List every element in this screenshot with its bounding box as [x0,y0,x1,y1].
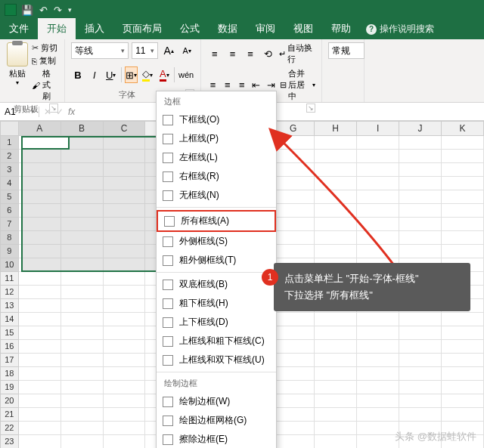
cell[interactable] [61,381,104,394]
cell[interactable] [357,367,399,381]
border-option-topthkbot[interactable]: 上框线和粗下框线(C) [157,332,276,351]
undo-icon[interactable]: ↶ [39,5,48,16]
cell[interactable] [19,381,61,394]
cell[interactable] [357,326,399,340]
font-name-combo[interactable]: 等线▾ [71,42,129,59]
cell[interactable] [104,340,146,354]
cell[interactable] [19,299,61,313]
qat-more-icon[interactable]: ▾ [68,6,72,14]
cell[interactable] [272,313,315,326]
cell[interactable] [19,408,61,422]
border-option-right[interactable]: 右框线(R) [157,167,276,186]
cell[interactable] [104,286,146,299]
cell[interactable] [315,313,357,326]
cell[interactable] [19,313,61,326]
cell[interactable] [357,422,399,435]
row-header[interactable]: 18 [0,367,19,381]
cell[interactable] [19,422,61,435]
cell[interactable] [19,272,61,286]
cell[interactable] [315,367,357,381]
cell[interactable] [315,408,357,422]
cell[interactable] [442,231,484,245]
column-header[interactable]: B [61,121,104,136]
cell[interactable] [399,381,442,394]
row-header[interactable]: 13 [0,299,19,313]
cell[interactable] [315,394,357,408]
cell[interactable] [19,354,61,367]
cell[interactable] [399,313,442,326]
shrink-font-button[interactable]: A▾ [179,42,194,59]
cell[interactable] [61,367,104,381]
cell[interactable] [104,326,146,340]
row-header[interactable]: 14 [0,313,19,326]
row-header[interactable]: 2 [0,150,19,163]
border-option-topdblbot[interactable]: 上框线和双下框线(U) [157,351,276,369]
column-header[interactable]: K [442,121,484,136]
cell[interactable] [399,354,442,367]
row-header[interactable]: 22 [0,422,19,435]
cell[interactable] [357,381,399,394]
cell[interactable] [315,340,357,354]
cell[interactable] [315,354,357,367]
align-top-button[interactable]: ≡ [207,45,222,62]
cell[interactable] [104,367,146,381]
border-option-dblbot[interactable]: 双底框线(B) [157,275,276,294]
cell[interactable] [399,367,442,381]
row-header[interactable]: 16 [0,340,19,354]
cell[interactable] [442,354,484,367]
cell[interactable] [442,150,484,163]
font-size-combo[interactable]: 11▾ [132,42,158,59]
border-option-top[interactable]: 上框线(P) [157,129,276,148]
cut-button[interactable]: ✂剪切 [32,42,58,54]
cell[interactable] [61,286,104,299]
cell[interactable] [442,408,484,422]
border-option-topbot[interactable]: 上下框线(D) [157,313,276,332]
cell[interactable] [357,354,399,367]
dialog-launcher-icon[interactable]: ↘ [49,104,58,113]
underline-button[interactable]: U▾ [104,66,118,83]
save-icon[interactable]: 💾 [21,5,33,16]
row-header[interactable]: 15 [0,326,19,340]
tab-view[interactable]: 视图 [284,18,322,39]
redo-icon[interactable]: ↷ [54,5,62,16]
cell[interactable] [104,422,146,435]
cell[interactable] [272,340,315,354]
tab-home[interactable]: 开始 [38,18,76,39]
row-header[interactable]: 6 [0,204,19,218]
cell[interactable] [272,422,315,435]
cell[interactable] [272,326,315,340]
cell[interactable] [315,326,357,340]
cell[interactable] [315,422,357,435]
cell[interactable] [61,408,104,422]
cell[interactable] [61,299,104,313]
tab-file[interactable]: 文件 [0,18,38,39]
align-bottom-button[interactable]: ≡ [243,45,258,62]
cell[interactable] [19,286,61,299]
cell[interactable] [61,354,104,367]
cell[interactable] [357,435,399,448]
cell[interactable] [442,313,484,326]
cell[interactable] [19,326,61,340]
cell[interactable] [272,354,315,367]
align-middle-button[interactable]: ≡ [225,45,240,62]
column-header[interactable]: A [19,121,61,136]
row-header[interactable]: 1 [0,136,19,150]
cell[interactable] [442,190,484,204]
cell[interactable] [104,408,146,422]
border-option-left[interactable]: 左框线(L) [157,148,276,167]
row-header[interactable]: 20 [0,394,19,408]
cell[interactable] [104,394,146,408]
cell[interactable] [104,313,146,326]
row-header[interactable]: 10 [0,258,19,272]
tell-me[interactable]: ? 操作说明搜索 [360,19,440,39]
row-header[interactable]: 4 [0,177,19,190]
cell[interactable] [19,435,61,448]
font-color-button[interactable]: A▾ [157,66,171,83]
cell[interactable] [315,435,357,448]
cell[interactable] [272,408,315,422]
orientation-button[interactable]: ⟲ [261,45,276,62]
tab-help[interactable]: 帮助 [322,18,360,39]
fx-icon[interactable]: fx [68,107,75,117]
cell[interactable] [61,313,104,326]
cell[interactable] [104,272,146,286]
